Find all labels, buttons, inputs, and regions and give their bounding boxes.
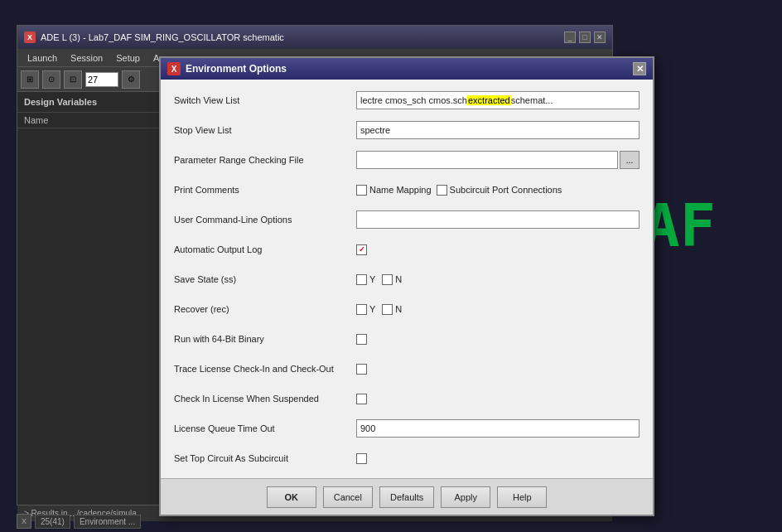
save-state-label: Save State (ss) [174,274,356,284]
ade-title: ADE L (3) - Lab7_DAF SIM_RING_OSCILLATOR… [41,32,284,42]
set-top-circuit-row: Set Top Circuit As Subcircuit [174,447,640,469]
recover-y-label: Y [369,304,375,314]
dialog-content: Switch View List lectre cmos_sch cmos.sc… [161,80,653,478]
checkin-license-label: Check In License When Suspended [174,394,356,404]
param-range-file-row: ... [356,151,640,169]
ade-icon: X [24,31,36,43]
auto-output-log-row: Automatic Output Log [174,239,640,260]
recover-label: Recover (rec) [174,304,356,314]
recover-n-checkbox[interactable] [382,304,393,315]
license-timeout-row: License Queue Time Out [174,418,640,439]
print-comments-row: Print Comments Name Mapping Subcircuit P… [174,179,640,201]
switch-view-highlighted: exctracted [467,95,511,105]
toolbar-btn-3[interactable]: ⊡ [64,70,82,89]
auto-output-log-checkbox[interactable] [356,244,367,255]
dialog-titlebar: X Environment Options ✕ [161,58,653,80]
close-btn[interactable]: ✕ [594,31,606,43]
name-mapping-checkbox[interactable] [356,185,367,196]
cancel-button[interactable]: Cancel [323,486,373,508]
switch-view-list-control: lectre cmos_sch cmos.sch exctracted sche… [356,91,640,109]
maximize-btn[interactable]: □ [579,31,591,43]
ok-button[interactable]: OK [267,486,316,508]
switch-view-list-label: Switch View List [174,95,356,105]
ade-sidebar: Design Variables Name [17,92,175,505]
ade-titlebar-buttons: _ □ ✕ [564,31,606,43]
toolbar-btn-2[interactable]: ⊙ [42,70,60,89]
stop-view-list-label: Stop View List [174,125,356,135]
defaults-button[interactable]: Defaults [379,486,434,508]
dialog-x-icon: X [167,62,181,75]
user-cmdline-input[interactable] [356,210,640,229]
save-state-n-label: N [395,274,402,284]
param-range-label: Parameter Range Checking File [174,155,356,165]
run-64bit-checkbox[interactable] [356,334,367,345]
toolbar-btn-1[interactable]: ⊞ [21,70,39,89]
set-top-circuit-checkbox[interactable] [356,453,367,464]
status-count: 25(41) [35,515,70,529]
param-range-control: ... [356,151,640,169]
param-range-file-input[interactable] [356,151,618,169]
dialog-title: Environment Options [186,63,287,75]
subcircuit-port-label: Subcircuit Port Connections [450,185,562,195]
minimize-btn[interactable]: _ [564,31,576,43]
save-state-y-checkbox[interactable] [356,274,367,285]
user-cmdline-control [356,210,640,229]
checkin-license-control [356,394,640,404]
stop-view-list-input[interactable] [356,121,640,139]
recover-n-label: N [395,304,402,314]
switch-view-list-input[interactable]: lectre cmos_sch cmos.sch exctracted sche… [356,91,640,109]
checkin-license-checkbox[interactable] [356,394,367,404]
apply-button[interactable]: Apply [441,486,490,508]
save-state-y-item: Y [356,274,375,285]
user-cmdline-row: User Command-Line Options [174,209,640,230]
subcircuit-port-item: Subcircuit Port Connections [437,185,562,196]
menu-setup[interactable]: Setup [109,51,147,65]
license-timeout-control [356,419,640,438]
save-state-row: Save State (ss) Y N [174,268,640,290]
set-top-circuit-label: Set Top Circuit As Subcircuit [174,453,356,463]
subcircuit-port-checkbox[interactable] [437,185,447,196]
menu-launch[interactable]: Launch [21,51,64,65]
sidebar-title: Design Variables [17,92,174,113]
recover-n-item: N [382,304,402,315]
license-timeout-input[interactable] [356,419,640,438]
recover-y-checkbox[interactable] [356,304,367,315]
stop-view-list-row: Stop View List [174,119,640,141]
run-64bit-label: Run with 64-Bit Binary [174,334,356,344]
save-state-n-checkbox[interactable] [382,274,393,285]
switch-view-list-row: Switch View List lectre cmos_sch cmos.sc… [174,89,640,111]
name-mapping-label: Name Mapping [369,185,432,195]
switch-view-after: schemat... [511,95,553,105]
dialog-close-button[interactable]: ✕ [633,62,646,75]
menu-session[interactable]: Session [64,51,109,65]
trace-license-label: Trace License Check-In and Check-Out [174,364,356,374]
stop-view-list-control [356,121,640,139]
license-timeout-label: License Queue Time Out [174,423,356,433]
save-state-n-item: N [382,274,402,285]
checkin-license-row: Check In License When Suspended [174,388,640,409]
dialog-title-left: X Environment Options [167,62,287,75]
user-cmdline-label: User Command-Line Options [174,215,356,225]
recover-control: Y N [356,304,640,315]
ade-titlebar: X ADE L (3) - Lab7_DAF SIM_RING_OSCILLAT… [17,26,612,49]
param-range-browse-button[interactable]: ... [620,151,640,169]
name-mapping-item: Name Mapping [356,185,432,196]
trace-license-checkbox[interactable] [356,364,367,375]
toolbar-number-input[interactable] [85,72,118,87]
print-comments-control: Name Mapping Subcircuit Port Connections [356,185,640,196]
sidebar-col-name: Name [17,113,174,128]
ade-titlebar-left: X ADE L (3) - Lab7_DAF SIM_RING_OSCILLAT… [24,31,284,43]
bottom-status: X 25(41) Environment ... [17,514,141,529]
run-64bit-row: Run with 64-Bit Binary [174,328,640,350]
small-icon-1: X [17,514,31,529]
trace-license-row: Trace License Check-In and Check-Out [174,358,640,380]
trace-license-control [356,364,640,375]
set-top-circuit-control [356,453,640,464]
help-button[interactable]: Help [497,486,547,508]
auto-output-log-control [356,244,640,255]
environment-options-dialog: X Environment Options ✕ Switch View List… [159,56,654,516]
toolbar-btn-4[interactable]: ⚙ [122,70,140,89]
auto-output-log-label: Automatic Output Log [174,244,356,254]
recover-y-item: Y [356,304,375,315]
save-state-y-label: Y [369,274,375,284]
